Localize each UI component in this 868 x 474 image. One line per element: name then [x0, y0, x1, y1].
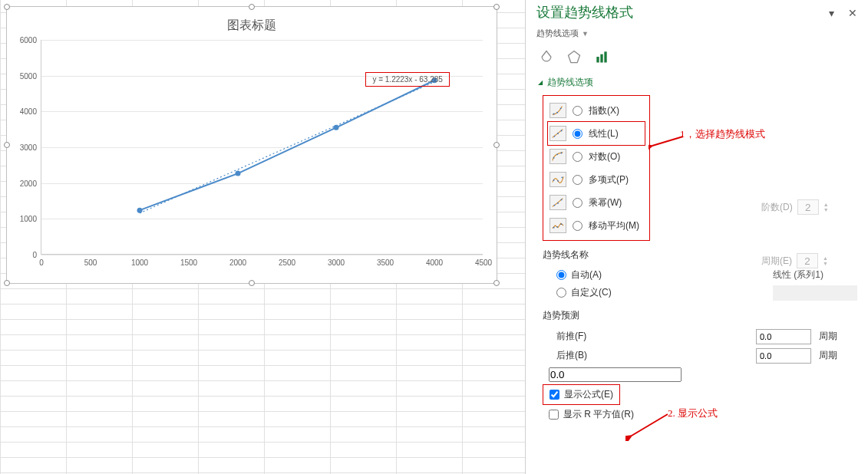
svg-point-1: [236, 171, 241, 176]
name-auto-radio[interactable]: 自动(A) 线性 (系列1): [543, 266, 857, 284]
trendline-options-tab-icon[interactable]: [593, 48, 610, 65]
forecast-forward-row: 前推(F) 周期: [543, 327, 857, 346]
fill-outline-tab-icon[interactable]: [538, 48, 555, 65]
svg-point-19: [553, 179, 555, 181]
panel-title: 设置趋势线格式: [536, 3, 633, 21]
svg-point-25: [553, 227, 555, 229]
order-input: [797, 199, 819, 215]
intercept-value: [549, 367, 682, 382]
svg-point-23: [557, 202, 559, 204]
trendtype-linear[interactable]: 线性(L): [547, 121, 645, 146]
svg-point-11: [560, 107, 562, 109]
panel-dropdown-icon[interactable]: ▾: [829, 7, 834, 19]
log-curve-icon: [550, 149, 566, 164]
spreadsheet-area: 图表标题 01000200030004000500060000500100015…: [0, 0, 525, 474]
chevron-down-icon: ▼: [582, 30, 589, 38]
exponential-curve-icon: [550, 103, 566, 118]
svg-point-18: [561, 153, 563, 154]
svg-point-13: [554, 136, 556, 137]
chart-plot[interactable]: 0100020003000400050006000050010001500200…: [41, 40, 483, 255]
movavg-curve-icon: [550, 218, 566, 233]
forecast-label: 趋势预测: [543, 309, 857, 322]
movavg-period-row: 周期(E) ▲▼: [761, 253, 828, 268]
svg-marker-5: [569, 51, 580, 63]
svg-point-22: [554, 205, 556, 206]
linear-curve-icon: [550, 126, 566, 141]
backward-input[interactable]: [756, 348, 811, 364]
custom-name-input[interactable]: [773, 285, 857, 301]
svg-point-17: [556, 153, 558, 155]
svg-point-20: [557, 180, 559, 182]
svg-rect-7: [600, 54, 602, 63]
annotation-2: 2. 显示公式: [668, 407, 718, 420]
svg-point-15: [561, 130, 563, 132]
panel-close-icon[interactable]: ✕: [848, 7, 857, 19]
svg-point-21: [562, 176, 563, 178]
trendline-options-header[interactable]: ◢趋势线选项: [536, 73, 857, 95]
annotation-1: 1，选择趋势线模式: [680, 127, 765, 141]
svg-point-24: [561, 199, 563, 201]
svg-rect-6: [596, 57, 599, 63]
poly-order-row: 阶数(D) ▲▼: [761, 199, 829, 215]
trendline-type-group: 指数(X) 线性(L) 对数(O) 多项式(P) 乘幂(W) 移动平均(M): [543, 95, 650, 241]
svg-point-16: [553, 157, 555, 159]
forward-input[interactable]: [756, 329, 811, 344]
trendtype-polynomial[interactable]: 多项式(P): [548, 168, 645, 191]
format-trendline-panel: 设置趋势线格式 ▾ ✕ 趋势线选项 ▼ ◢趋势线选项: [525, 0, 868, 474]
panel-subcaption[interactable]: 趋势线选项 ▼: [536, 26, 857, 47]
svg-point-0: [137, 208, 143, 213]
name-custom-radio[interactable]: 自定义(C): [543, 284, 857, 301]
svg-point-26: [556, 226, 558, 228]
trendtype-exponential[interactable]: 指数(X): [548, 99, 645, 122]
svg-line-4: [140, 82, 434, 213]
power-curve-icon: [550, 195, 566, 210]
trendtype-movingaverage[interactable]: 移动平均(M): [548, 214, 645, 237]
poly-curve-icon: [550, 172, 566, 187]
effects-tab-icon[interactable]: [566, 48, 583, 65]
forecast-backward-row: 后推(B) 周期: [543, 346, 857, 365]
period-input: [797, 253, 818, 268]
trendtype-power[interactable]: 乘幂(W): [548, 191, 645, 214]
svg-point-9: [553, 114, 555, 115]
trendtype-logarithmic[interactable]: 对数(O): [548, 145, 645, 168]
auto-name-value: 线性 (系列1): [773, 268, 823, 281]
chart-object[interactable]: 图表标题 01000200030004000500060000500100015…: [6, 6, 497, 284]
svg-point-27: [561, 223, 563, 225]
svg-point-10: [556, 112, 558, 114]
set-intercept-check[interactable]: 设置截距(S): [543, 365, 857, 384]
display-equation-check[interactable]: 显示公式(E): [543, 384, 620, 405]
svg-rect-8: [604, 51, 606, 62]
svg-point-14: [557, 133, 559, 134]
chart-title[interactable]: 图表标题: [7, 7, 497, 40]
trendline-equation-box[interactable]: y = 1.2223x - 63.285: [365, 72, 449, 87]
